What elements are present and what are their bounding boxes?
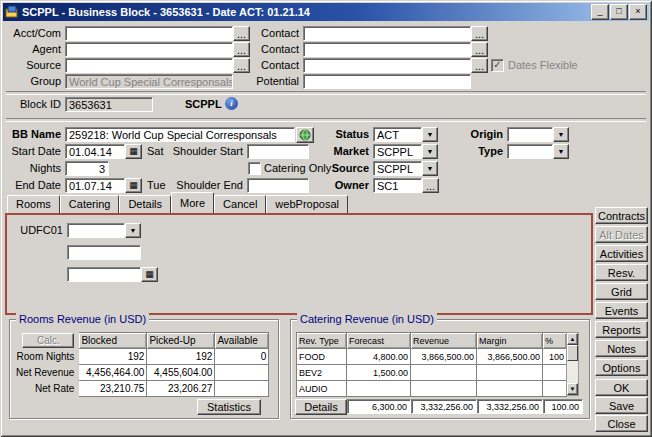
- market-dropdown-button[interactable]: ▼: [422, 144, 438, 159]
- cell-room-nights-picked-up: 192: [147, 349, 215, 365]
- events-button[interactable]: Events: [595, 302, 648, 319]
- type-field[interactable]: [507, 144, 553, 159]
- scroll-down-button[interactable]: ▼: [567, 383, 578, 395]
- source-account-label: Source: [3, 58, 61, 73]
- total-pct-field: 100.00: [543, 399, 583, 414]
- agent-field[interactable]: [65, 42, 233, 57]
- cell-net-revenue-picked-up: 4,455,604.00: [147, 365, 215, 381]
- market-field[interactable]: SCPPL: [373, 144, 422, 159]
- tab-rooms[interactable]: Rooms: [7, 195, 60, 213]
- contact-field-1[interactable]: [303, 26, 471, 41]
- cell-type: BEV2: [297, 365, 347, 381]
- tab-webproposal[interactable]: webProposal: [266, 195, 348, 213]
- maximize-button[interactable]: □: [610, 4, 628, 20]
- bb-name-field[interactable]: 259218: World Cup Special Corresponsals: [65, 127, 295, 142]
- cell-type: FOOD: [297, 349, 347, 365]
- minimize-button[interactable]: _: [591, 4, 609, 20]
- table-row: Net Revenue 4,456,464.00 4,455,604.00: [14, 365, 269, 381]
- potential-field[interactable]: [303, 74, 471, 89]
- tab-catering[interactable]: Catering: [60, 195, 120, 213]
- owner-browse-button[interactable]: ...: [422, 178, 439, 193]
- status-label: Status: [303, 127, 369, 142]
- origin-dropdown-button[interactable]: ▼: [553, 127, 569, 142]
- ellipsis-icon: ...: [475, 44, 484, 56]
- reports-button[interactable]: Reports: [595, 321, 648, 338]
- ok-button[interactable]: OK: [595, 379, 648, 396]
- total-margin-field: 3,332,256.00: [477, 399, 543, 414]
- catering-only-checkbox[interactable]: [248, 162, 261, 175]
- shoulder-end-label: Shoulder End: [161, 178, 243, 193]
- grid-button[interactable]: Grid: [595, 283, 648, 300]
- chevron-down-icon: ▼: [558, 148, 565, 155]
- start-date-field[interactable]: 01.04.14: [65, 144, 125, 159]
- type-label: Type: [441, 144, 503, 159]
- calendar-icon: ▦: [145, 270, 154, 279]
- tab-cancel[interactable]: Cancel: [214, 195, 266, 213]
- shoulder-start-label: Shoulder Start: [161, 144, 243, 159]
- contact-browse-button-3[interactable]: ...: [471, 58, 488, 73]
- start-date-calendar-button[interactable]: ▦: [125, 144, 142, 159]
- contact-browse-button-2[interactable]: ...: [471, 42, 488, 57]
- udfc01-dropdown-button[interactable]: ▼: [125, 223, 141, 238]
- cell-net-rate-available: [215, 381, 269, 397]
- type-dropdown-button[interactable]: ▼: [553, 144, 569, 159]
- tab-details[interactable]: Details: [119, 195, 171, 213]
- acct-com-field[interactable]: [65, 26, 233, 41]
- resv-button[interactable]: Resv.: [595, 264, 648, 281]
- shoulder-start-field[interactable]: [247, 144, 309, 159]
- cell-room-nights-blocked: 192: [79, 349, 147, 365]
- source-account-field[interactable]: [65, 58, 233, 73]
- source-field[interactable]: SCPPL: [373, 161, 422, 176]
- udf-calendar-button[interactable]: ▦: [141, 267, 158, 282]
- source-dropdown-button[interactable]: ▼: [422, 161, 438, 176]
- activities-button[interactable]: Activities: [595, 245, 648, 262]
- ellipsis-icon: ...: [475, 60, 484, 72]
- catering-row-audio[interactable]: AUDIO: [297, 381, 567, 397]
- options-button[interactable]: Options: [595, 359, 648, 376]
- nights-field[interactable]: 3: [65, 161, 109, 176]
- end-date-field[interactable]: 01.07.14: [65, 178, 125, 193]
- contact-field-3[interactable]: [303, 58, 471, 73]
- property-code-label: SCPPL: [185, 97, 230, 112]
- block-id-label: Block ID: [3, 97, 61, 112]
- contracts-button[interactable]: Contracts: [595, 207, 648, 224]
- contact-field-2[interactable]: [303, 42, 471, 57]
- status-dropdown-button[interactable]: ▼: [422, 127, 438, 142]
- statistics-button[interactable]: Statistics: [197, 399, 261, 415]
- business-block-window: SCPPL - Business Block - 3653631 - Date …: [0, 0, 652, 437]
- group-field: World Cup Special Corresponsals: [65, 74, 233, 89]
- udfc01-field[interactable]: [67, 223, 125, 238]
- scroll-up-button[interactable]: ▲: [567, 333, 578, 345]
- shoulder-end-field[interactable]: [247, 178, 309, 193]
- catering-row-bev2[interactable]: BEV2 1,500.00: [297, 365, 567, 381]
- chevron-down-icon: ▼: [427, 165, 434, 172]
- close-button[interactable]: ×: [629, 4, 647, 20]
- catering-revenue-title: Catering Revenue (in USD): [297, 313, 437, 326]
- info-icon[interactable]: i: [225, 97, 238, 110]
- status-field[interactable]: ACT: [373, 127, 422, 142]
- save-button[interactable]: Save: [595, 397, 648, 414]
- tab-more[interactable]: More: [171, 192, 214, 213]
- total-forecast-field: 6,300.00: [347, 399, 411, 414]
- details-button[interactable]: Details: [295, 399, 347, 415]
- origin-field[interactable]: [507, 127, 553, 142]
- separator: [6, 91, 646, 95]
- udf-field-2[interactable]: [67, 245, 141, 260]
- cell-margin: [477, 381, 543, 397]
- contact-browse-button-1[interactable]: ...: [471, 26, 488, 41]
- table-row: Net Rate 23,210.75 23,206.27: [14, 381, 269, 397]
- catering-row-food[interactable]: FOOD 4,800.00 3,866,500.00 3,866,500.00 …: [297, 349, 567, 365]
- end-date-calendar-button[interactable]: ▦: [125, 178, 142, 193]
- cell-revenue: [411, 365, 477, 381]
- row-label-net-rate: Net Rate: [14, 381, 79, 397]
- owner-field[interactable]: SC1: [373, 178, 422, 193]
- chevron-down-icon: ▼: [427, 148, 434, 155]
- chevron-down-icon: ▼: [558, 131, 565, 138]
- scrollbar-thumb[interactable]: [567, 345, 578, 361]
- bb-name-label: BB Name: [3, 127, 61, 142]
- catering-table-scrollbar[interactable]: ▲ ▼: [566, 332, 579, 396]
- market-label: Market: [303, 144, 369, 159]
- udf-field-3[interactable]: [67, 267, 141, 282]
- close-button-side[interactable]: Close: [595, 415, 648, 432]
- notes-button[interactable]: Notes: [595, 340, 648, 357]
